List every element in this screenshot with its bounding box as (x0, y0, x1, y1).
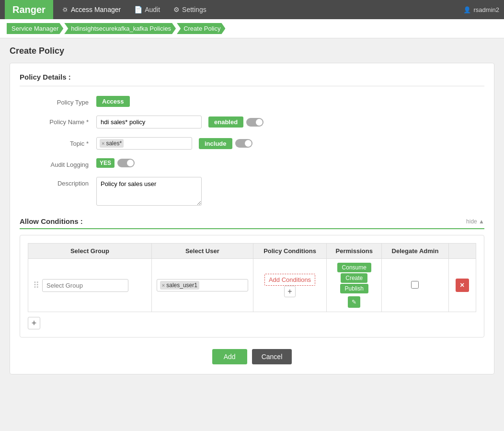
topic-tag-remove[interactable]: × (102, 140, 104, 146)
user-tag-remove[interactable]: × (162, 282, 165, 288)
allow-conditions-header: Allow Conditions : hide ▲ (20, 217, 484, 229)
policy-name-controls: enabled (96, 116, 484, 128)
user-menu[interactable]: 👤 rsadmin2 (463, 6, 499, 13)
policy-card: Policy Details : Policy Type Access Poli… (10, 63, 494, 374)
policy-type-value-wrap: Access (96, 96, 484, 107)
delete-row-button[interactable]: × (456, 279, 469, 292)
description-controls: Policy for sales user (96, 177, 484, 206)
nav-settings[interactable]: ⚙ Settings (167, 0, 213, 19)
gear-icon: ⚙ (173, 6, 180, 13)
topic-label: Topic * (20, 137, 96, 147)
page-title: Create Policy (10, 46, 494, 56)
delegate-admin-cell (382, 259, 448, 312)
enabled-label: enabled (208, 116, 243, 128)
conditions-cell: Add Conditions + (253, 259, 326, 312)
policy-details-title: Policy Details : (20, 73, 484, 86)
delete-cell: × (448, 259, 476, 312)
table-row: ⠿ × sales_user1 (28, 259, 476, 312)
col-permissions-header: Permissions (327, 244, 382, 259)
audit-logging-label: Audit Logging (20, 158, 96, 168)
file-icon: 📄 (134, 6, 142, 13)
policy-type-label: Policy Type (20, 96, 96, 106)
policy-name-row: Policy Name * enabled (20, 116, 484, 128)
nav-audit[interactable]: 📄 Audit (127, 0, 167, 19)
hide-link[interactable]: hide ▲ (466, 218, 484, 225)
user-tag-input[interactable]: × sales_user1 (157, 279, 248, 291)
breadcrumb-create-policy[interactable]: Create Policy (177, 23, 225, 34)
topic-row: Topic * × sales* include (20, 137, 484, 150)
enabled-toggle-wrap: enabled (208, 116, 263, 128)
group-cell-inner: ⠿ (33, 279, 147, 292)
col-conditions-header: Policy Conditions (253, 244, 326, 259)
user-cell: × sales_user1 (151, 259, 253, 312)
conditions-table: Select Group Select User Policy Conditio… (28, 243, 476, 312)
audit-logging-row: Audit Logging YES (20, 158, 484, 168)
policy-type-row: Policy Type Access (20, 96, 484, 107)
main-content: Create Policy Policy Details : Policy Ty… (0, 38, 504, 382)
col-user-header: Select User (151, 244, 253, 259)
conditions-card: Select Group Select User Policy Conditio… (20, 235, 484, 338)
col-action-header (448, 244, 476, 259)
perm-create: Create (341, 273, 367, 283)
nav-access-manager[interactable]: ⛭ Access Manager (55, 0, 127, 19)
drag-handle-icon[interactable]: ⠿ (33, 280, 42, 291)
add-row-button[interactable]: + (28, 317, 40, 329)
breadcrumb-service-manager[interactable]: Service Manager (7, 23, 63, 34)
include-label: include (199, 138, 232, 149)
conditions-plus-button[interactable]: + (284, 286, 296, 297)
col-delegate-header: Delegate Admin (382, 244, 448, 259)
description-row: Description Policy for sales user (20, 177, 484, 206)
topic-tag: × sales* (100, 139, 124, 148)
shield-icon: ⛭ (62, 6, 69, 13)
audit-toggle[interactable] (117, 159, 135, 167)
brand-logo[interactable]: Ranger (5, 0, 53, 19)
user-icon: 👤 (463, 6, 471, 13)
add-conditions-link[interactable]: Add Conditions (264, 274, 315, 286)
permissions-edit-button[interactable]: ✎ (348, 296, 360, 308)
topic-tag-input[interactable]: × sales* (96, 137, 192, 150)
breadcrumb: Service Manager hdinsightsecurekafka_kaf… (0, 19, 504, 38)
add-button[interactable]: Add (212, 349, 247, 364)
description-label: Description (20, 177, 96, 187)
allow-conditions-title: Allow Conditions : (20, 217, 83, 225)
delegate-admin-checkbox[interactable] (411, 281, 419, 289)
permissions-cell: Consume Create Publish ✎ (327, 259, 382, 312)
bottom-actions: Add Cancel (20, 349, 484, 364)
enabled-toggle[interactable] (246, 118, 263, 127)
top-navigation: Ranger ⛭ Access Manager 📄 Audit ⚙ Settin… (0, 0, 504, 19)
breadcrumb-policies[interactable]: hdinsightsecurekafka_kafka Policies (64, 23, 176, 34)
select-group-input[interactable] (42, 279, 128, 292)
group-cell: ⠿ (28, 259, 152, 312)
user-tag: × sales_user1 (160, 281, 199, 290)
policy-type-badge: Access (96, 96, 130, 107)
topic-controls: × sales* include (96, 137, 484, 150)
audit-toggle-wrap: YES (96, 158, 135, 168)
include-toggle-wrap: include (199, 138, 252, 149)
col-group-header: Select Group (28, 244, 152, 259)
include-toggle[interactable] (235, 139, 252, 148)
perm-consume: Consume (337, 263, 371, 272)
cancel-button[interactable]: Cancel (252, 349, 292, 364)
audit-yes-label: YES (96, 158, 115, 168)
perm-publish: Publish (340, 284, 368, 293)
policy-name-input[interactable] (96, 116, 202, 128)
description-textarea[interactable]: Policy for sales user (96, 177, 202, 206)
audit-logging-controls: YES (96, 158, 484, 168)
policy-name-label: Policy Name * (20, 116, 96, 126)
